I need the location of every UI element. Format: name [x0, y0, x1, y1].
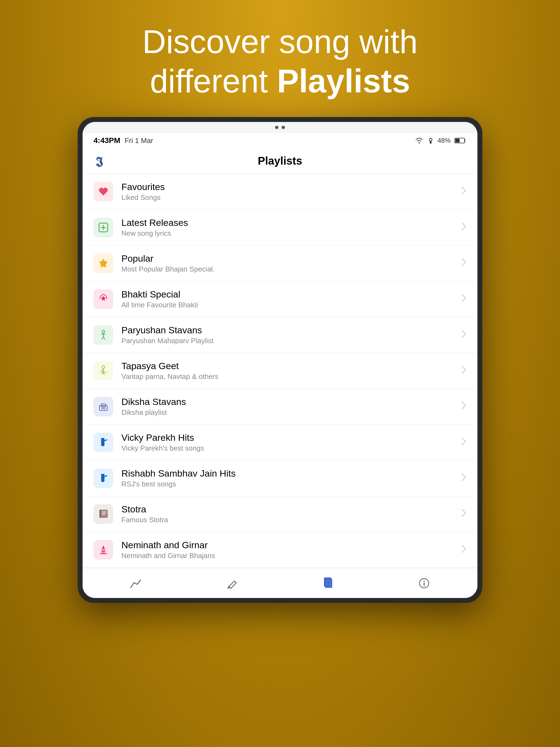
playlist-name-favourites: Favourites	[121, 182, 461, 192]
svg-text:𝕵: 𝕵	[96, 155, 103, 168]
chevron-right-icon	[461, 258, 466, 269]
playlist-name-paryushan-stavans: Paryushan Stavans	[121, 325, 461, 335]
playlist-text-paryushan-stavans: Paryushan StavansParyushan Mahaparv Play…	[121, 325, 461, 345]
battery-icon	[455, 137, 466, 144]
playlist-name-neminath-girnar: Neminath and Girnar	[121, 540, 461, 550]
playlist-item-popular[interactable]: PopularMost Popular Bhajan Special.	[82, 246, 478, 281]
status-right: 48%	[414, 137, 466, 145]
playlist-text-tapasya-geet: Tapasya GeetVaritap parna, Navtap & othe…	[121, 361, 461, 381]
playlist-name-stotra: Stotra	[121, 504, 461, 515]
tab-playlists[interactable]	[280, 568, 376, 598]
playlist-subtitle-paryushan-stavans: Paryushan Mahaparv Playlist	[121, 337, 461, 345]
battery-percent: 48%	[437, 137, 451, 145]
playlist-subtitle-tapasya-geet: Varitap parna, Navtap & others	[121, 372, 461, 381]
wifi-icon	[414, 137, 424, 144]
playlist-icon-vicky-parekh-hits	[94, 433, 113, 452]
tab-stats[interactable]	[88, 568, 184, 598]
chevron-right-icon	[461, 186, 466, 198]
playlist-icon-latest-releases	[94, 217, 113, 237]
status-bar: 4:43PM Fri 1 Mar 48%	[82, 133, 478, 148]
playlist-icon-rsj-hits	[94, 468, 113, 488]
playlist-subtitle-bhakti-special: All time Favourite Bhakti	[121, 301, 461, 309]
playlist-subtitle-neminath-girnar: Neminath and Girnar Bhajans	[121, 551, 461, 560]
playlist-icon-tapasya-geet	[94, 361, 113, 381]
playlist-item-paryushan-stavans[interactable]: Paryushan StavansParyushan Mahaparv Play…	[82, 317, 478, 353]
playlist-icon-neminath-girnar	[94, 540, 113, 560]
tab-bar	[82, 568, 478, 598]
playlist-subtitle-stotra: Famous Stotra	[121, 516, 461, 524]
playlist-text-diksha-stavans: Diksha StavansDiksha playlist	[121, 396, 461, 417]
playlist-icon-diksha-stavans	[94, 397, 113, 416]
chevron-right-icon	[461, 329, 466, 341]
playlist-name-latest-releases: Latest Releases	[121, 217, 461, 228]
playlist-name-tapasya-geet: Tapasya Geet	[121, 361, 461, 371]
playlist-text-vicky-parekh-hits: Vicky Parekh HitsVicky Parekh's best son…	[121, 432, 461, 453]
headline-line1: Discover song with	[142, 22, 417, 61]
playlist-text-bhakti-special: Bhakti SpecialAll time Favourite Bhakti	[121, 289, 461, 309]
playlist-subtitle-rsj-hits: RSJ's best songs	[121, 480, 461, 488]
svg-point-28	[424, 581, 425, 582]
playlist-icon-bhakti-special	[94, 289, 113, 309]
svg-point-1	[429, 138, 432, 141]
playlist-text-latest-releases: Latest ReleasesNew song lyrics	[121, 217, 461, 238]
playlist-item-stotra[interactable]: StotraFamous Stotra	[82, 496, 478, 532]
svg-point-9	[102, 330, 105, 333]
nav-title: Playlists	[258, 155, 302, 167]
tab-edit[interactable]	[184, 568, 280, 598]
tablet-screen: 4:43PM Fri 1 Mar 48%	[82, 122, 478, 598]
chevron-right-icon	[461, 222, 466, 233]
status-date: Fri 1 Mar	[125, 136, 153, 145]
headline-pre: different	[150, 62, 277, 99]
playlist-item-favourites[interactable]: FavouritesLiked Songs	[82, 174, 478, 210]
playlist-icon-paryushan-stavans	[94, 325, 113, 345]
playlist-text-neminath-girnar: Neminath and GirnarNeminath and Girnar B…	[121, 540, 461, 560]
playlist-subtitle-vicky-parekh-hits: Vicky Parekh's best songs	[121, 444, 461, 453]
chevron-right-icon	[461, 472, 466, 484]
svg-point-10	[102, 366, 105, 368]
playlist-text-favourites: FavouritesLiked Songs	[121, 182, 461, 202]
playlist-item-rsj-hits[interactable]: Rishabh Sambhav Jain HitsRSJ's best song…	[82, 460, 478, 496]
playlist-item-neminath-girnar[interactable]: Neminath and GirnarNeminath and Girnar B…	[82, 532, 478, 568]
playlist-name-rsj-hits: Rishabh Sambhav Jain Hits	[121, 468, 461, 479]
playlist-item-latest-releases[interactable]: Latest ReleasesNew song lyrics	[82, 210, 478, 246]
svg-rect-25	[325, 578, 332, 588]
nav-header: 𝕵 Playlists	[82, 148, 478, 174]
playlist-name-bhakti-special: Bhakti Special	[121, 289, 461, 300]
chevron-right-icon	[461, 437, 466, 448]
camera-dot-right	[282, 126, 285, 129]
playlist-icon-stotra	[94, 504, 113, 524]
headline: Discover song with different Playlists	[142, 22, 417, 101]
tablet-top-bar	[82, 122, 478, 133]
playlist-text-stotra: StotraFamous Stotra	[121, 504, 461, 524]
svg-line-21	[234, 581, 236, 583]
status-left: 4:43PM Fri 1 Mar	[94, 136, 153, 145]
playlist-subtitle-diksha-stavans: Diksha playlist	[121, 408, 461, 417]
chevron-right-icon	[461, 293, 466, 305]
svg-rect-16	[101, 510, 108, 518]
playlist-item-tapasya-geet[interactable]: Tapasya GeetVaritap parna, Navtap & othe…	[82, 353, 478, 389]
playlist-icon-favourites	[94, 182, 113, 202]
playlist-name-vicky-parekh-hits: Vicky Parekh Hits	[121, 432, 461, 443]
svg-point-0	[418, 143, 420, 144]
app-logo: 𝕵	[94, 153, 110, 169]
playlist-text-popular: PopularMost Popular Bhajan Special.	[121, 253, 461, 274]
playlist-text-rsj-hits: Rishabh Sambhav Jain HitsRSJ's best song…	[121, 468, 461, 488]
headline-bold: Playlists	[277, 62, 410, 99]
playlist-subtitle-favourites: Liked Songs	[121, 193, 461, 202]
tab-info[interactable]	[376, 568, 472, 598]
tablet: 4:43PM Fri 1 Mar 48%	[78, 117, 482, 603]
status-time: 4:43PM	[94, 136, 120, 145]
playlist-item-vicky-parekh-hits[interactable]: Vicky Parekh HitsVicky Parekh's best son…	[82, 424, 478, 460]
playlist-item-bhakti-special[interactable]: Bhakti SpecialAll time Favourite Bhakti	[82, 281, 478, 317]
playlist-list: FavouritesLiked SongsLatest ReleasesNew …	[82, 174, 478, 568]
playlist-subtitle-popular: Most Popular Bhajan Special.	[121, 265, 461, 274]
playlist-subtitle-latest-releases: New song lyrics	[121, 229, 461, 238]
chevron-right-icon	[461, 544, 466, 556]
playlist-item-diksha-stavans[interactable]: Diksha StavansDiksha playlist	[82, 389, 478, 424]
svg-rect-3	[455, 138, 460, 143]
camera-dot-left	[275, 126, 278, 129]
playlist-icon-popular	[94, 254, 113, 273]
headline-line2: different Playlists	[142, 61, 417, 101]
chevron-right-icon	[461, 365, 466, 377]
location-icon	[428, 137, 434, 144]
